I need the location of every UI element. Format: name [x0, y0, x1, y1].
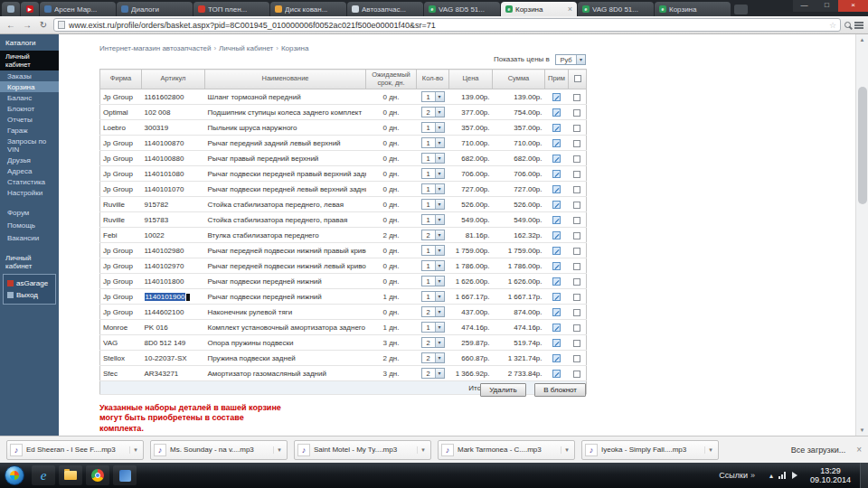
new-tab-button[interactable]	[734, 5, 748, 14]
browser-tab[interactable]: Автозапчас...	[347, 2, 423, 16]
quantity-select[interactable]: 1▾	[421, 214, 445, 225]
taskbar-explorer-button[interactable]	[59, 465, 82, 485]
edit-icon[interactable]	[552, 155, 561, 163]
vertical-scrollbar[interactable]: ▲ ▼	[855, 34, 868, 436]
chevron-down-icon[interactable]: ▾	[273, 446, 285, 454]
sidebar-item[interactable]: Помощь	[0, 219, 59, 231]
article-number[interactable]: 1140102980	[145, 247, 184, 255]
article-number[interactable]: 915783	[145, 216, 169, 224]
sidebar-item[interactable]: Форум	[0, 206, 59, 219]
row-checkbox[interactable]	[573, 371, 580, 378]
quantity-select[interactable]: 2▾	[421, 352, 445, 363]
back-button[interactable]: ←	[5, 18, 17, 33]
close-downloads-bar-icon[interactable]: ×	[856, 445, 862, 455]
quantity-select[interactable]: 1▾	[421, 183, 445, 194]
edit-icon[interactable]	[552, 277, 561, 286]
row-checkbox[interactable]	[573, 94, 580, 101]
edit-icon[interactable]	[552, 370, 561, 378]
download-item[interactable]: ♪Mark Tarmonea - C....mp3▾	[438, 440, 575, 460]
url-input[interactable]: www.exist.ru/profile/orders/basket.aspx?…	[53, 18, 841, 32]
article-number[interactable]: 1140101900	[145, 293, 186, 301]
row-checkbox[interactable]	[573, 294, 580, 301]
sidebar-item-catalogs[interactable]: Каталоги	[0, 34, 59, 51]
browser-tab[interactable]: eVAG 8D0 51...	[578, 2, 654, 16]
edit-icon[interactable]	[552, 108, 561, 117]
edit-icon[interactable]	[552, 216, 561, 224]
links-toolbar[interactable]: Ссылки »	[719, 471, 755, 480]
edit-icon[interactable]	[552, 170, 561, 178]
edit-icon[interactable]	[552, 201, 561, 209]
url-text[interactable]: www.exist.ru/profile/orders/basket.aspx?…	[69, 21, 826, 30]
breadcrumb-item[interactable]: Интернет-магазин автозапчастей	[99, 44, 211, 52]
row-checkbox[interactable]	[573, 140, 580, 147]
quantity-select[interactable]: 2▾	[421, 230, 445, 240]
browser-tab[interactable]: Диск кован...	[270, 2, 346, 16]
row-checkbox[interactable]	[573, 202, 580, 209]
taskbar-player-button[interactable]	[113, 465, 137, 485]
edit-icon[interactable]	[552, 247, 561, 255]
edit-icon[interactable]	[552, 93, 561, 101]
sidebar-item[interactable]: Запросы по VIN	[0, 136, 59, 155]
download-item[interactable]: ♪Iyeoka - Simply Fall....mp3▾	[581, 440, 719, 460]
search-icon[interactable]	[844, 22, 851, 28]
row-checkbox[interactable]	[573, 248, 580, 255]
quantity-select[interactable]: 2▾	[421, 107, 445, 117]
article-number[interactable]: 1140101080	[145, 170, 184, 178]
forward-button[interactable]: →	[21, 18, 33, 33]
sidebar-item[interactable]: Заказы	[0, 70, 59, 81]
quantity-select[interactable]: 1▾	[421, 168, 445, 179]
browser-tab[interactable]: Арсен Мар...	[40, 2, 116, 16]
window-minimize-button[interactable]: —	[793, 0, 816, 12]
edit-icon[interactable]	[552, 139, 561, 147]
edit-icon[interactable]	[552, 124, 561, 132]
garage-link[interactable]: asGarage	[6, 277, 52, 289]
quantity-select[interactable]: 1▾	[421, 153, 445, 164]
start-button[interactable]	[5, 465, 24, 485]
article-number[interactable]: AR343271	[145, 370, 179, 378]
article-number[interactable]: 10022	[145, 231, 165, 239]
article-number[interactable]: 8D0 512 149	[145, 339, 186, 347]
bookmark-star-icon[interactable]: ☆	[829, 21, 836, 30]
edit-icon[interactable]	[552, 354, 561, 362]
scroll-up-icon[interactable]: ▲	[856, 34, 868, 45]
article-number[interactable]: 1144602100	[145, 308, 184, 316]
browser-tab[interactable]: eКорзина	[655, 2, 731, 16]
row-checkbox[interactable]	[573, 324, 580, 332]
sidebar-item[interactable]: Друзья	[0, 155, 59, 165]
edit-icon[interactable]	[552, 231, 561, 239]
row-checkbox[interactable]	[573, 186, 580, 193]
article-number[interactable]: 1140101800	[145, 277, 184, 286]
article-number[interactable]: 1140100870	[145, 139, 184, 147]
row-checkbox[interactable]	[573, 217, 580, 224]
breadcrumb-item[interactable]: Личный кабинет	[219, 44, 273, 52]
show-all-downloads-link[interactable]: Все загрузки...	[791, 446, 845, 455]
download-item[interactable]: ♪Ed Sheeran - I See F....mp3▾	[6, 440, 144, 460]
edit-icon[interactable]	[552, 262, 561, 270]
window-close-button[interactable]: ×	[838, 0, 868, 12]
row-checkbox[interactable]	[573, 125, 580, 132]
quantity-select[interactable]: 1▾	[421, 137, 445, 148]
volume-icon[interactable]	[792, 472, 801, 479]
quantity-select[interactable]: 1▾	[421, 199, 445, 210]
sidebar-item[interactable]: Статистика	[0, 176, 59, 187]
edit-icon[interactable]	[552, 324, 561, 332]
taskbar-ie-button[interactable]: e	[32, 465, 55, 485]
quantity-select[interactable]: 1▾	[421, 91, 445, 102]
article-number[interactable]: 1161602800	[145, 93, 184, 101]
row-checkbox[interactable]	[573, 309, 580, 316]
sidebar-item[interactable]: Настройки	[0, 187, 59, 198]
quantity-select[interactable]: 1▾	[421, 291, 445, 302]
sidebar-item[interactable]: Вакансии	[0, 231, 59, 244]
row-checkbox[interactable]	[573, 171, 580, 178]
sidebar-item[interactable]: Блокнот	[0, 103, 59, 114]
select-all-checkbox[interactable]	[574, 75, 581, 82]
to-notebook-button[interactable]: В блокнот	[534, 383, 586, 397]
row-checkbox[interactable]	[573, 355, 580, 362]
chevron-down-icon[interactable]: ▾	[417, 446, 429, 454]
browser-tab[interactable]: Диалоги	[117, 2, 193, 16]
article-number[interactable]: 102 008	[145, 108, 171, 117]
network-icon[interactable]	[778, 472, 787, 479]
row-checkbox[interactable]	[573, 263, 580, 270]
quantity-select[interactable]: 2▾	[421, 306, 445, 317]
quantity-select[interactable]: 1▾	[421, 322, 445, 333]
